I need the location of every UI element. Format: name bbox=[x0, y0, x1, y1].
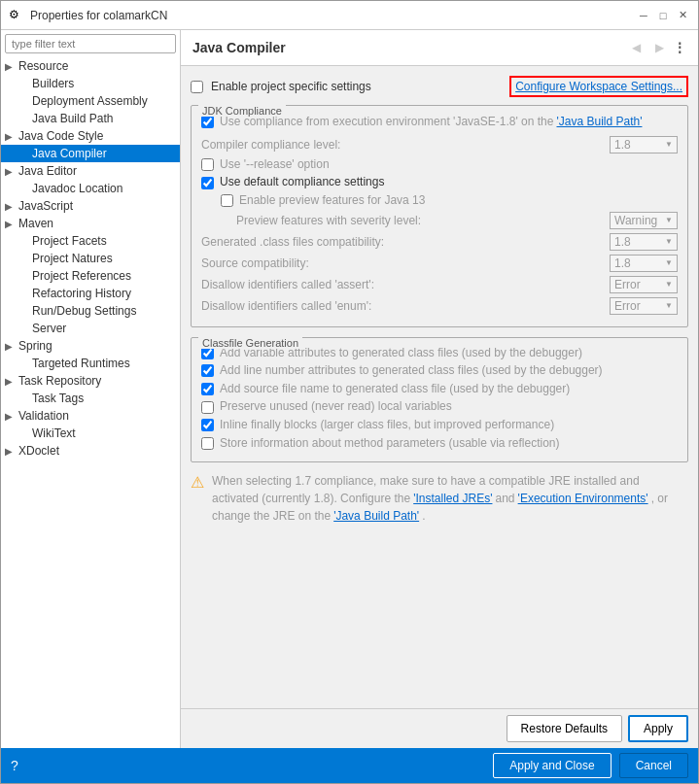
java-build-path-link2[interactable]: 'Java Build Path' bbox=[333, 509, 419, 523]
classfile-checkbox-3[interactable] bbox=[201, 401, 214, 414]
enable-specific-checkbox[interactable] bbox=[191, 81, 203, 93]
classfile-item-1: Add line number attributes to generated … bbox=[201, 363, 678, 379]
preview-severity-label: Preview features with severity level: bbox=[236, 214, 604, 227]
apply-and-close-button[interactable]: Apply and Close bbox=[493, 753, 611, 778]
jdk-compliance-section: JDK Compliance Use compliance from execu… bbox=[191, 105, 688, 327]
sidebar-item-javadoc-location[interactable]: Javadoc Location bbox=[1, 180, 180, 197]
sidebar-item-project-facets[interactable]: Project Facets bbox=[1, 232, 180, 250]
sidebar-item-xdoclet[interactable]: ▶ XDoclet bbox=[1, 442, 180, 460]
sidebar-item-wikitext[interactable]: WikiText bbox=[1, 425, 180, 442]
sidebar-item-deployment-assembly[interactable]: Deployment Assembly bbox=[1, 92, 180, 110]
sidebar-item-task-repository[interactable]: ▶ Task Repository bbox=[1, 372, 180, 390]
sidebar-item-validation[interactable]: ▶ Validation bbox=[1, 407, 180, 425]
disallow-assert-row: Disallow identifiers called 'assert': Er… bbox=[201, 276, 678, 293]
preview-features-label: Enable preview features for Java 13 bbox=[239, 193, 425, 209]
expand-arrow: ▶ bbox=[5, 201, 18, 212]
sidebar-item-java-build-path[interactable]: Java Build Path bbox=[1, 110, 180, 127]
restore-defaults-button[interactable]: Restore Defaults bbox=[507, 715, 622, 742]
sidebar-item-label: Javadoc Location bbox=[32, 182, 122, 195]
sidebar-item-label: Project Natures bbox=[32, 252, 113, 265]
sidebar-item-label: Java Build Path bbox=[32, 112, 113, 125]
sidebar-item-builders[interactable]: Builders bbox=[1, 75, 180, 92]
preview-severity-dropdown[interactable]: Warning ▼ bbox=[610, 212, 678, 229]
source-compat-dropdown[interactable]: 1.8 ▼ bbox=[610, 255, 678, 272]
classfile-label-3: Preserve unused (never read) local varia… bbox=[220, 399, 452, 415]
classfile-label-4: Inline finally blocks (larger class file… bbox=[220, 418, 554, 433]
execution-environments-link[interactable]: 'Execution Environments' bbox=[518, 492, 648, 505]
sidebar-item-project-references[interactable]: Project References bbox=[1, 267, 180, 285]
sidebar-item-task-tags[interactable]: Task Tags bbox=[1, 390, 180, 407]
classfile-checkbox-4[interactable] bbox=[201, 419, 214, 431]
close-button[interactable]: ✕ bbox=[675, 8, 690, 23]
enable-specific-label: Enable project specific settings bbox=[211, 80, 371, 93]
sidebar-item-maven[interactable]: ▶ Maven bbox=[1, 215, 180, 232]
classfile-item-3: Preserve unused (never read) local varia… bbox=[201, 399, 678, 415]
minimize-button[interactable]: ─ bbox=[636, 8, 651, 23]
filter-input[interactable] bbox=[5, 34, 176, 53]
disallow-assert-dropdown[interactable]: Error ▼ bbox=[610, 276, 678, 293]
panel-menu-button[interactable]: ⋮ bbox=[673, 40, 686, 55]
sidebar-item-java-editor[interactable]: ▶ Java Editor bbox=[1, 162, 180, 180]
compliance-level-label: Compiler compliance level: bbox=[201, 138, 604, 152]
classfile-checkbox-5[interactable] bbox=[201, 437, 214, 450]
sidebar-item-label: Task Tags bbox=[32, 392, 84, 405]
right-panel: Java Compiler ◀ ▶ ⋮ Enable project speci… bbox=[181, 30, 698, 748]
sidebar-item-run-debug-settings[interactable]: Run/Debug Settings bbox=[1, 302, 180, 320]
classfile-checkbox-0[interactable] bbox=[201, 347, 214, 359]
expand-arrow: ▶ bbox=[5, 446, 18, 457]
sidebar-item-spring[interactable]: ▶ Spring bbox=[1, 337, 180, 355]
generated-class-dropdown[interactable]: 1.8 ▼ bbox=[610, 233, 678, 251]
preview-features-row: Enable preview features for Java 13 bbox=[201, 193, 678, 209]
warning-icon: ⚠ bbox=[191, 473, 204, 492]
configure-workspace-link[interactable]: Configure Workspace Settings... bbox=[509, 76, 688, 97]
maximize-button[interactable]: □ bbox=[655, 8, 671, 23]
classfile-label-2: Add source file name to generated class … bbox=[220, 382, 570, 397]
panel-title: Java Compiler bbox=[192, 40, 286, 55]
sidebar-item-label: Validation bbox=[18, 409, 69, 423]
disallow-enum-row: Disallow identifiers called 'enum': Erro… bbox=[201, 297, 678, 315]
dropdown-arrow: ▼ bbox=[665, 280, 673, 289]
preview-severity-row: Preview features with severity level: Wa… bbox=[201, 212, 678, 229]
sidebar-item-project-natures[interactable]: Project Natures bbox=[1, 250, 180, 267]
bottom-bar: Restore Defaults Apply bbox=[181, 708, 698, 748]
compliance-env-checkbox[interactable] bbox=[201, 116, 214, 128]
window: ⚙ Properties for colamarkCN ─ □ ✕ ▶ Reso… bbox=[0, 0, 699, 784]
sidebar-item-refactoring-history[interactable]: Refactoring History bbox=[1, 285, 180, 302]
compliance-level-dropdown[interactable]: 1.8 ▼ bbox=[610, 136, 678, 153]
apply-button[interactable]: Apply bbox=[628, 715, 688, 742]
sidebar-item-java-compiler[interactable]: Java Compiler bbox=[1, 145, 180, 162]
sidebar-item-label: Java Code Style bbox=[18, 129, 103, 143]
sidebar-item-java-code-style[interactable]: ▶ Java Code Style bbox=[1, 127, 180, 145]
cancel-button[interactable]: Cancel bbox=[619, 753, 688, 778]
default-compliance-checkbox[interactable] bbox=[201, 177, 214, 189]
java-build-path-link[interactable]: 'Java Build Path' bbox=[557, 115, 643, 128]
classfile-checkbox-1[interactable] bbox=[201, 364, 214, 377]
back-button[interactable]: ◀ bbox=[626, 38, 646, 57]
jdk-section-border: Use compliance from execution environmen… bbox=[191, 105, 688, 327]
sidebar-item-server[interactable]: Server bbox=[1, 320, 180, 337]
sidebar-item-label: Java Editor bbox=[18, 164, 77, 178]
sidebar-item-label: Deployment Assembly bbox=[32, 94, 148, 108]
generated-class-label: Generated .class files compatibility: bbox=[201, 235, 604, 249]
sidebar-item-label: Refactoring History bbox=[32, 287, 131, 300]
sidebar-item-label: JavaScript bbox=[18, 199, 73, 213]
warning-section: ⚠ When selecting 1.7 compliance, make su… bbox=[191, 472, 688, 525]
sidebar-item-resource[interactable]: ▶ Resource bbox=[1, 57, 180, 75]
disallow-enum-dropdown[interactable]: Error ▼ bbox=[610, 297, 678, 315]
installed-jres-link[interactable]: 'Installed JREs' bbox=[413, 492, 492, 505]
sidebar-item-javascript[interactable]: ▶ JavaScript bbox=[1, 197, 180, 215]
classfile-section-border: Add variable attributes to generated cla… bbox=[191, 337, 688, 463]
panel-header: Java Compiler ◀ ▶ ⋮ bbox=[181, 30, 698, 66]
classfile-item-4: Inline finally blocks (larger class file… bbox=[201, 418, 678, 433]
sidebar-item-targeted-runtimes[interactable]: Targeted Runtimes bbox=[1, 355, 180, 372]
help-button[interactable]: ? bbox=[11, 758, 18, 773]
sidebar-item-label: Run/Debug Settings bbox=[32, 304, 136, 318]
sidebar-item-label: Project References bbox=[32, 269, 131, 283]
classfile-checkbox-2[interactable] bbox=[201, 383, 214, 395]
release-option-checkbox[interactable] bbox=[201, 158, 214, 171]
enable-settings-row: Enable project specific settings Configu… bbox=[191, 76, 688, 97]
preview-features-checkbox[interactable] bbox=[221, 194, 233, 207]
forward-button[interactable]: ▶ bbox=[649, 38, 669, 57]
title-bar-text: Properties for colamarkCN bbox=[30, 9, 630, 22]
dropdown-arrow: ▼ bbox=[665, 140, 673, 149]
